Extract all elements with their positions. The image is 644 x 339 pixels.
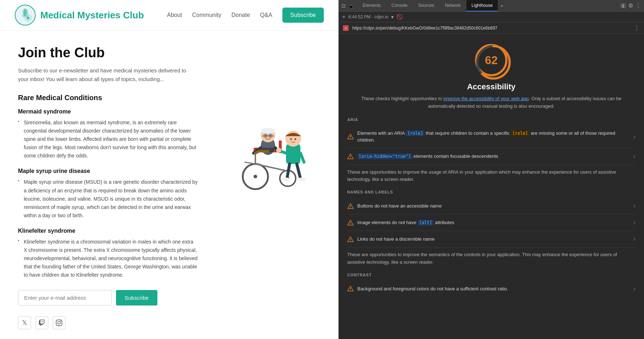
twitter-icon[interactable]: 𝕏 (18, 316, 31, 329)
score-number: 62 (485, 54, 498, 67)
tab-network[interactable]: Network (440, 0, 466, 12)
audit-aria-1-text: Elements with an ARIA [role] that requir… (357, 130, 630, 144)
page-title: Join the Club (18, 45, 320, 61)
svg-line-15 (245, 162, 255, 164)
devtools-device-icon[interactable]: 📱 (348, 3, 354, 9)
svg-point-21 (261, 128, 275, 134)
svg-line-14 (255, 164, 288, 171)
aria-opportunity-text: These are opportunities to improve the u… (347, 169, 635, 184)
notifications-badge[interactable]: 1 (620, 3, 626, 8)
devtools-toolbar: + 6:44:52 PM - cdpn.io ▾ 🚫 (339, 12, 644, 22)
nav-qa[interactable]: Q&A (260, 12, 272, 18)
svg-rect-2 (24, 9, 27, 12)
settings-icon[interactable]: ⚙ (628, 2, 633, 9)
url-bar: ⚠ https://cdpn.io/pen/debug/KKebGwO/0d8e… (339, 22, 644, 34)
svg-line-40 (297, 164, 300, 178)
nav-donate[interactable]: Donate (231, 12, 250, 18)
condition-1: Mermaid syndrome Sirenomelia, also known… (18, 108, 198, 160)
audit-aria-1[interactable]: Elements with an ARIA [role] that requir… (347, 125, 635, 148)
names-labels-category-label: NAMES AND LABELS (347, 190, 635, 194)
svg-point-35 (290, 138, 292, 140)
main-content: Join the Club Subscribe to our e-newslet… (0, 31, 338, 339)
names-opportunity-text: These are opportunities to improve the s… (347, 251, 635, 266)
devtools-pointer-icon[interactable]: ⊡ (341, 3, 346, 9)
conditions-section-title: Rare Medical Conditions (18, 94, 198, 102)
svg-point-41 (282, 178, 290, 181)
warning-icon-2 (347, 153, 354, 160)
audit-names-3-text: Links do not have a discernible name (357, 236, 630, 243)
audit-4-chevron[interactable]: › (633, 219, 635, 226)
content-layout: Rare Medical Conditions Mermaid syndrome… (18, 94, 320, 329)
header-subscribe-button[interactable]: Subscribe (282, 8, 324, 23)
instagram-icon[interactable] (53, 316, 66, 329)
svg-point-43 (276, 148, 281, 153)
logo-area: Medical Mysteries Club (14, 4, 144, 26)
svg-point-51 (350, 158, 351, 159)
nav-about[interactable]: About (167, 12, 182, 18)
refresh-button[interactable]: + (342, 14, 345, 20)
svg-point-10 (254, 175, 257, 178)
dropdown-icon[interactable]: ▾ (391, 14, 394, 20)
site-title: Medical Mysteries Club (40, 10, 144, 21)
svg-rect-33 (286, 144, 300, 164)
audit-aria-2-text: [aria-hidden="true"] elements contain fo… (357, 153, 630, 160)
audit-aria-2[interactable]: [aria-hidden="true"] elements contain fo… (347, 148, 635, 165)
audit-3-chevron[interactable]: › (633, 202, 635, 210)
audit-1-chevron[interactable]: › (633, 133, 635, 140)
svg-point-54 (350, 208, 351, 208)
svg-point-48 (350, 138, 351, 139)
form-subscribe-button[interactable]: Subscribe (116, 290, 157, 305)
devtools-right-icons: 1 ⚙ ⋮ (620, 2, 641, 9)
text-column: Rare Medical Conditions Mermaid syndrome… (18, 94, 198, 329)
audit-names-2[interactable]: Image elements do not have [alt] attribu… (347, 214, 635, 231)
condition-1-name: Mermaid syndrome (18, 108, 198, 115)
wheelchair-illustration (212, 97, 313, 191)
more-options-icon[interactable]: ⋮ (635, 2, 641, 9)
contrast-category-label: CONTRAST (347, 273, 635, 277)
audit-names-1[interactable]: Buttons do not have an accessible name › (347, 198, 635, 214)
accessibility-link[interactable]: improve the accessibility of your web ap… (443, 96, 529, 101)
tab-sources[interactable]: Sources (413, 0, 439, 12)
score-container: 62 (347, 34, 635, 82)
audit-names-1-text: Buttons do not have an accessible name (357, 202, 630, 210)
twitch-icon[interactable] (35, 316, 48, 329)
intro-text: Subscribe to our e-newsletter and have m… (18, 66, 198, 84)
audit-5-chevron[interactable]: › (633, 235, 635, 243)
audit-2-chevron[interactable]: › (633, 153, 635, 160)
svg-point-42 (297, 178, 306, 181)
toolbar-time: 6:44:52 PM - cdpn.io (348, 14, 388, 19)
svg-line-38 (300, 153, 304, 162)
condition-2-name: Maple syrup urine disease (18, 168, 198, 174)
audit-names-3[interactable]: Links do not have a discernible name › (347, 231, 635, 247)
tab-elements[interactable]: Elements (358, 0, 386, 12)
nav-community[interactable]: Community (192, 12, 222, 18)
tab-console[interactable]: Console (386, 0, 412, 12)
audit-contrast-1-text: Background and foreground colors do not … (357, 285, 630, 293)
lighthouse-content: 62 Accessibility These checks highlight … (339, 34, 644, 339)
devtools-panel: ⊡ 📱 Elements Console Sources Network Lig… (339, 0, 644, 339)
url-favicon: ⚠ (343, 25, 349, 31)
email-input[interactable] (18, 290, 112, 305)
url-menu-icon[interactable]: ⋮ (634, 24, 640, 31)
clear-icon[interactable]: 🚫 (397, 14, 403, 20)
tab-lighthouse[interactable]: Lighthouse (466, 0, 498, 12)
url-text: https://cdpn.io/pen/debug/KKebGwO/0d8ee1… (352, 26, 630, 31)
svg-line-27 (262, 136, 264, 136)
illustration-column (205, 94, 320, 329)
score-circle: 62 (475, 44, 507, 76)
condition-3-name: Klinefelter syndrome (18, 228, 198, 234)
svg-line-28 (272, 136, 274, 136)
warning-icon-4 (347, 219, 354, 226)
lighthouse-section-title: Accessibility (347, 82, 635, 92)
main-nav: About Community Donate Q&A Subscribe (167, 8, 324, 23)
subscribe-form: Subscribe (18, 290, 198, 305)
more-tabs-icon[interactable]: » (498, 3, 505, 8)
audit-contrast-1[interactable]: Background and foreground colors do not … (347, 281, 635, 297)
warning-icon-6 (347, 285, 354, 292)
condition-2: Maple syrup urine disease Maple syrup ur… (18, 168, 198, 219)
audit-6-chevron[interactable]: › (633, 285, 635, 293)
svg-point-63 (350, 290, 351, 291)
svg-point-60 (350, 241, 351, 241)
social-icons: 𝕏 (18, 316, 198, 329)
website-panel: Medical Mysteries Club About Community D… (0, 0, 339, 339)
